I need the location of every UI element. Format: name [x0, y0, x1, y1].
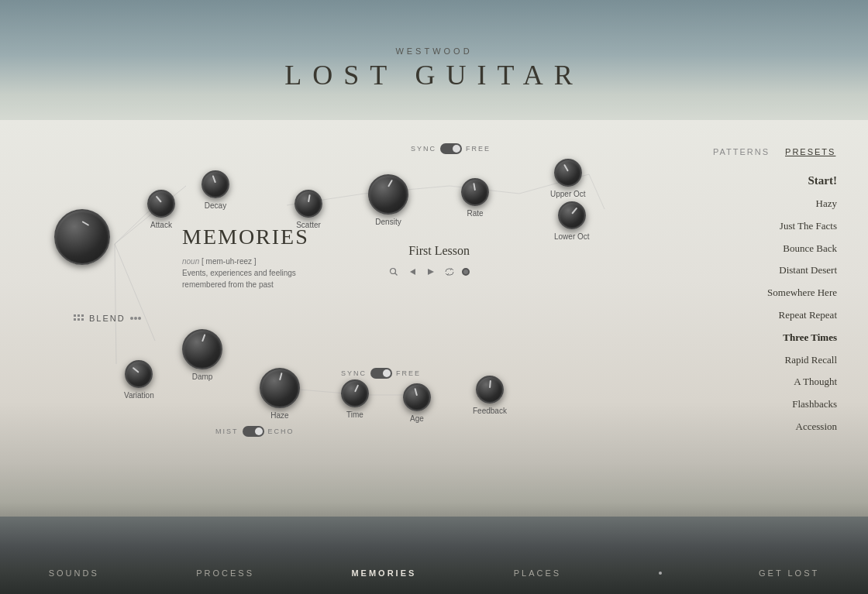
preset-accession[interactable]: Accession: [713, 416, 837, 438]
svg-line-21: [395, 273, 398, 276]
memories-pos: noun: [182, 257, 199, 266]
player-controls: [388, 266, 470, 278]
age-knob-group: Age: [403, 383, 431, 423]
feedback-knob-group: Feedback: [473, 376, 507, 415]
presets-tab[interactable]: PRESETS: [785, 147, 835, 156]
time-knob-group: Time: [341, 379, 369, 419]
sync-free-upper-group: SYNC FREE: [411, 143, 491, 154]
record-button[interactable]: [462, 268, 470, 276]
echo-label: ECHO: [268, 427, 294, 435]
preset-somewhere-here[interactable]: Somewhere Here: [713, 282, 837, 304]
svg-rect-16: [81, 318, 84, 321]
variation-label: Variation: [124, 391, 154, 400]
player-title: First Lesson: [388, 244, 470, 258]
sync-free-lower-toggle[interactable]: [370, 368, 392, 379]
lower-oct-knob[interactable]: [558, 201, 586, 229]
feedback-knob[interactable]: [476, 376, 504, 403]
app-title: LOST GUITAR: [0, 59, 868, 91]
sync-free-upper-toggle[interactable]: [440, 143, 462, 154]
preset-repeat-repeat[interactable]: Repeat Repeat: [713, 304, 837, 327]
scatter-knob-group: Scatter: [294, 190, 322, 229]
free-upper-label: FREE: [466, 145, 491, 153]
attack-knob[interactable]: [147, 190, 175, 218]
density-label: Density: [375, 218, 401, 226]
svg-point-17: [130, 317, 133, 320]
time-label: Time: [346, 410, 363, 419]
memories-title: MEMORIES: [182, 225, 309, 249]
nav-dot: [659, 572, 662, 575]
svg-rect-11: [74, 314, 76, 317]
feedback-label: Feedback: [473, 407, 507, 415]
loop-icon[interactable]: [443, 266, 456, 278]
play-icon[interactable]: [425, 266, 437, 278]
preset-three-times[interactable]: Three Times: [713, 327, 837, 349]
mist-echo-toggle[interactable]: [243, 426, 264, 437]
lower-oct-knob-group: Lower Oct: [554, 201, 590, 241]
attack-knob-group: Attack: [147, 190, 175, 229]
damp-label: Damp: [192, 373, 213, 381]
preset-start[interactable]: Start!: [713, 168, 837, 193]
svg-line-3: [115, 244, 116, 364]
memories-section: MEMORIES noun [ mem-uh-reez ] Events, ex…: [182, 225, 309, 290]
variation-knob-group: Variation: [124, 360, 154, 400]
svg-rect-14: [74, 318, 76, 321]
sync-lower-label: SYNC: [341, 369, 367, 377]
preset-hazy[interactable]: Hazy: [713, 193, 837, 215]
preset-rapid-recall[interactable]: Rapid Recall: [713, 349, 837, 372]
rate-knob[interactable]: [461, 178, 489, 206]
svg-point-20: [391, 269, 396, 274]
blend-knob[interactable]: [54, 209, 110, 265]
svg-rect-12: [78, 314, 80, 317]
header: WESTWOOD LOST GUITAR: [0, 46, 868, 91]
nav-get-lost[interactable]: GET LOST: [759, 568, 819, 578]
upper-oct-knob[interactable]: [554, 159, 582, 187]
patterns-tab[interactable]: PATTERNS: [713, 147, 770, 156]
decay-label: Decay: [205, 201, 226, 210]
nav-process[interactable]: PROCESS: [196, 568, 254, 578]
svg-line-2: [115, 244, 155, 341]
damp-knob[interactable]: [182, 329, 222, 369]
search-icon[interactable]: [388, 266, 400, 278]
damp-knob-group: Damp: [182, 329, 222, 381]
svg-marker-23: [428, 269, 434, 275]
preset-a-thought[interactable]: A Thought: [713, 371, 837, 393]
density-knob-group: Density: [368, 174, 408, 226]
preset-flashbacks[interactable]: Flashbacks: [713, 393, 837, 416]
haze-label: Haze: [270, 411, 288, 420]
sync-upper-label: SYNC: [411, 145, 436, 153]
variation-knob[interactable]: [125, 360, 153, 388]
preset-distant-desert[interactable]: Distant Desert: [713, 259, 837, 282]
grid-icon: [74, 314, 84, 322]
controls-area: BLEND Attack Decay Scatter Density: [31, 132, 698, 548]
prev-icon[interactable]: [406, 266, 418, 278]
scatter-knob[interactable]: [294, 190, 322, 218]
preset-list: Start! Hazy Just The Facts Bounce Back D…: [713, 168, 837, 438]
mist-echo-group: MIST ECHO: [215, 426, 294, 437]
dots-icon: [130, 314, 141, 322]
preset-bounce-back[interactable]: Bounce Back: [713, 238, 837, 260]
nav-sounds[interactable]: SOUNDS: [49, 568, 99, 578]
age-label: Age: [410, 414, 424, 423]
bottom-nav: SOUNDS PROCESS MEMORIES PLACES GET LOST: [0, 551, 868, 594]
svg-marker-22: [410, 269, 415, 275]
blend-knob-group: [54, 209, 110, 265]
decay-knob[interactable]: [202, 170, 229, 198]
lower-oct-label: Lower Oct: [554, 232, 590, 241]
decay-knob-group: Decay: [202, 170, 229, 210]
presets-header: PATTERNS PRESETS: [713, 147, 837, 156]
blend-label-text: BLEND: [89, 314, 126, 323]
main-content: BLEND Attack Decay Scatter Density: [31, 132, 837, 548]
preset-just-the-facts[interactable]: Just The Facts: [713, 215, 837, 238]
time-knob[interactable]: [341, 379, 369, 407]
age-knob[interactable]: [403, 383, 431, 411]
nav-memories[interactable]: MEMORIES: [351, 568, 416, 578]
free-lower-label: FREE: [396, 369, 421, 377]
rate-knob-group: Rate: [461, 178, 489, 218]
density-knob[interactable]: [368, 174, 408, 215]
nav-places[interactable]: PLACES: [514, 568, 561, 578]
sync-free-lower-group: SYNC FREE: [341, 368, 421, 379]
haze-knob[interactable]: [260, 368, 300, 408]
memories-pronunciation: [ mem-uh-reez ]: [202, 257, 257, 266]
svg-rect-13: [81, 314, 84, 317]
mist-label: MIST: [215, 427, 239, 435]
